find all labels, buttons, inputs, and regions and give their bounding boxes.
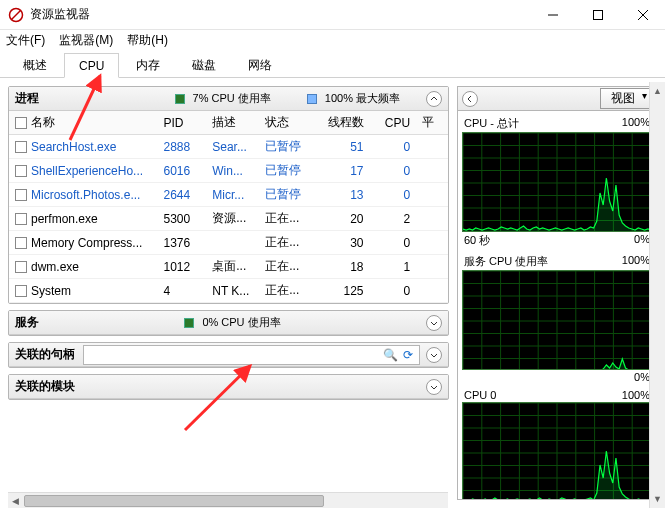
tab-network[interactable]: 网络 (233, 51, 287, 78)
row-checkbox[interactable] (15, 237, 27, 249)
services-title: 服务 (15, 314, 39, 331)
services-expand-button[interactable] (426, 315, 442, 331)
menu-monitor[interactable]: 监视器(M) (59, 32, 113, 49)
graph-1: 服务 CPU 使用率100%0% (462, 253, 652, 384)
modules-expand-button[interactable] (426, 379, 442, 395)
search-icon[interactable]: 🔍 (383, 348, 397, 362)
tab-disk[interactable]: 磁盘 (177, 51, 231, 78)
refresh-icon[interactable]: ⟳ (401, 348, 415, 362)
graph-2: CPU 0100% (462, 388, 652, 500)
processes-collapse-button[interactable] (426, 91, 442, 107)
graph-title: 服务 CPU 使用率 (464, 254, 548, 269)
graph-max: 100% (622, 254, 650, 269)
graphs-collapse-button[interactable] (462, 91, 478, 107)
modules-panel: 关联的模块 (8, 374, 449, 400)
menu-help[interactable]: 帮助(H) (127, 32, 168, 49)
menu-file[interactable]: 文件(F) (6, 32, 45, 49)
close-button[interactable] (620, 0, 665, 29)
max-freq-swatch (307, 94, 317, 104)
row-checkbox[interactable] (15, 141, 27, 153)
modules-title: 关联的模块 (15, 378, 75, 395)
row-checkbox[interactable] (15, 261, 27, 273)
max-freq-text: 100% 最大频率 (325, 91, 400, 106)
col-desc[interactable]: 描述 (206, 111, 259, 135)
handles-search-input[interactable] (88, 347, 379, 363)
processes-panel: 进程 7% CPU 使用率 100% 最大频率 名称 PID 描述 状态 线程数 (8, 86, 449, 304)
services-usage-text: 0% CPU 使用率 (202, 315, 280, 330)
horizontal-scrollbar[interactable]: ◀ (8, 492, 448, 508)
col-state[interactable]: 状态 (259, 111, 312, 135)
select-all-checkbox[interactable] (15, 117, 27, 129)
row-checkbox[interactable] (15, 285, 27, 297)
table-row[interactable]: Microsoft.Photos.e...2644Micr...已暂停130 (9, 183, 448, 207)
tab-memory[interactable]: 内存 (121, 51, 175, 78)
col-name[interactable]: 名称 (9, 111, 157, 135)
services-usage-swatch (184, 318, 194, 328)
processes-title: 进程 (15, 90, 39, 107)
maximize-button[interactable] (575, 0, 620, 29)
scroll-left-icon[interactable]: ◀ (8, 494, 22, 508)
scroll-down-icon[interactable]: ▼ (651, 492, 665, 506)
row-checkbox[interactable] (15, 165, 27, 177)
tab-overview[interactable]: 概述 (8, 51, 62, 78)
col-cpu[interactable]: CPU (370, 111, 417, 135)
graph-title: CPU - 总计 (464, 116, 519, 131)
minimize-button[interactable] (530, 0, 575, 29)
cpu-usage-text: 7% CPU 使用率 (193, 91, 271, 106)
row-checkbox[interactable] (15, 213, 27, 225)
handles-panel: 关联的句柄 🔍 ⟳ (8, 342, 449, 368)
graphs-pane: 视图 CPU - 总计100%60 秒0%服务 CPU 使用率100%0%CPU… (457, 86, 657, 500)
scroll-thumb[interactable] (24, 495, 324, 507)
tabs: 概述 CPU 内存 磁盘 网络 (0, 50, 665, 78)
table-row[interactable]: dwm.exe1012桌面...正在...181 (9, 255, 448, 279)
view-dropdown[interactable]: 视图 (600, 88, 652, 109)
graph-max: 100% (622, 116, 650, 131)
table-row[interactable]: ShellExperienceHo...6016Win...已暂停170 (9, 159, 448, 183)
menubar: 文件(F) 监视器(M) 帮助(H) (0, 30, 665, 50)
scroll-up-icon[interactable]: ▲ (651, 84, 665, 98)
col-pid[interactable]: PID (157, 111, 206, 135)
graph-max: 100% (622, 389, 650, 401)
table-row[interactable]: Memory Compress...1376正在...300 (9, 231, 448, 255)
handles-title: 关联的句柄 (15, 346, 75, 363)
tab-cpu[interactable]: CPU (64, 53, 119, 78)
handles-expand-button[interactable] (426, 347, 442, 363)
handles-search-box[interactable]: 🔍 ⟳ (83, 345, 420, 365)
graph-title: CPU 0 (464, 389, 496, 401)
vertical-scrollbar[interactable]: ▲ ▼ (649, 82, 665, 508)
services-panel: 服务 0% CPU 使用率 (8, 310, 449, 336)
graph-foot-left: 60 秒 (464, 233, 490, 248)
process-table: 名称 PID 描述 状态 线程数 CPU 平 SearchHost.exe288… (9, 111, 448, 303)
table-row[interactable]: System4NT K...正在...1250 (9, 279, 448, 303)
graph-foot-right: 0% (634, 371, 650, 383)
window-title: 资源监视器 (30, 6, 530, 23)
cpu-usage-swatch (175, 94, 185, 104)
svg-line-1 (12, 10, 21, 19)
table-row[interactable]: perfmon.exe5300资源...正在...202 (9, 207, 448, 231)
graph-0: CPU - 总计100%60 秒0% (462, 115, 652, 249)
graph-foot-right: 0% (634, 233, 650, 248)
row-checkbox[interactable] (15, 189, 27, 201)
col-threads[interactable]: 线程数 (312, 111, 369, 135)
svg-rect-3 (593, 10, 602, 19)
col-avg[interactable]: 平 (416, 111, 448, 135)
table-row[interactable]: SearchHost.exe2888Sear...已暂停510 (9, 135, 448, 159)
app-icon (8, 7, 24, 23)
titlebar: 资源监视器 (0, 0, 665, 30)
